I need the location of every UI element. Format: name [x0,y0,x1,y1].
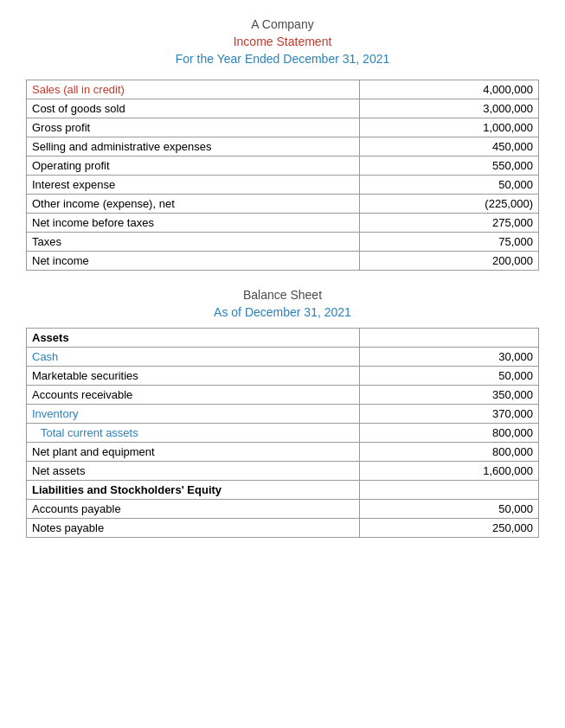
income-label-3: Selling and administrative expenses [27,137,360,156]
income-row-2: Gross profit1,000,000 [27,118,539,137]
income-value-9: 200,000 [359,252,538,271]
income-value-1: 3,000,000 [359,99,538,118]
bs-value-3: 350,000 [359,386,538,405]
bs-label-6: Net plant and equipment [27,443,360,462]
bs-row-5: Total current assets800,000 [27,424,539,443]
bs-row-0: Assets [27,329,539,348]
income-label-8: Taxes [27,233,360,252]
bs-value-4: 370,000 [359,405,538,424]
income-label-1: Cost of goods sold [27,99,360,118]
bs-label-7: Net assets [27,462,360,481]
income-row-3: Selling and administrative expenses450,0… [27,137,539,156]
income-value-4: 550,000 [359,156,538,176]
bs-label-2: Marketable securities [27,367,360,386]
income-label-7: Net income before taxes [27,214,360,233]
bs-value-5: 800,000 [359,424,538,443]
balance-sheet-table: AssetsCash30,000Marketable securities50,… [26,328,539,538]
bs-row-7: Net assets1,600,000 [27,462,539,481]
income-row-8: Taxes75,000 [27,233,539,252]
bs-value-1: 30,000 [359,348,538,367]
bs-label-0: Assets [27,329,360,348]
bs-row-1: Cash30,000 [27,348,539,367]
bs-value-8 [359,481,538,500]
company-name: A Company [26,17,539,31]
bs-value-2: 50,000 [359,367,538,386]
income-value-8: 75,000 [359,233,538,252]
bs-value-9: 50,000 [359,500,538,519]
income-label-5: Interest expense [27,176,360,195]
bs-value-6: 800,000 [359,443,538,462]
bs-label-4: Inventory [27,405,360,424]
income-label-4: Operating profit [27,156,360,176]
bs-value-0 [359,329,538,348]
income-label-9: Net income [27,252,360,271]
income-row-5: Interest expense50,000 [27,176,539,195]
income-statement-table: Sales (all in credit)4,000,000Cost of go… [26,80,539,271]
income-row-0: Sales (all in credit)4,000,000 [27,80,539,99]
income-period: For the Year Ended December 31, 2021 [26,52,539,66]
bs-value-10: 250,000 [359,519,538,538]
page-header: A Company Income Statement For the Year … [26,17,539,66]
income-value-3: 450,000 [359,137,538,156]
bs-label-8: Liabilities and Stockholders' Equity [27,481,360,500]
bs-label-1: Cash [27,348,360,367]
bs-label-5: Total current assets [27,424,360,443]
bs-label-3: Accounts receivable [27,386,360,405]
income-row-1: Cost of goods sold3,000,000 [27,99,539,118]
income-row-9: Net income200,000 [27,252,539,271]
bs-label-10: Notes payable [27,519,360,538]
bs-row-3: Accounts receivable350,000 [27,386,539,405]
bs-row-2: Marketable securities50,000 [27,367,539,386]
income-value-0: 4,000,000 [359,80,538,99]
balance-sheet-header: Balance Sheet As of December 31, 2021 [26,288,539,319]
bs-row-10: Notes payable250,000 [27,519,539,538]
income-row-7: Net income before taxes275,000 [27,214,539,233]
income-label-6: Other income (expense), net [27,195,360,214]
income-row-6: Other income (expense), net(225,000) [27,195,539,214]
income-label-2: Gross profit [27,118,360,137]
bs-label-9: Accounts payable [27,500,360,519]
income-row-4: Operating profit550,000 [27,156,539,176]
balance-sheet-title: Balance Sheet [26,288,539,302]
income-label-0: Sales (all in credit) [27,80,360,99]
income-value-6: (225,000) [359,195,538,214]
bs-row-4: Inventory370,000 [27,405,539,424]
income-value-7: 275,000 [359,214,538,233]
bs-row-8: Liabilities and Stockholders' Equity [27,481,539,500]
income-value-2: 1,000,000 [359,118,538,137]
balance-sheet-date: As of December 31, 2021 [26,305,539,319]
bs-value-7: 1,600,000 [359,462,538,481]
income-statement-title: Income Statement [26,35,539,48]
bs-row-6: Net plant and equipment800,000 [27,443,539,462]
bs-row-9: Accounts payable50,000 [27,500,539,519]
income-value-5: 50,000 [359,176,538,195]
